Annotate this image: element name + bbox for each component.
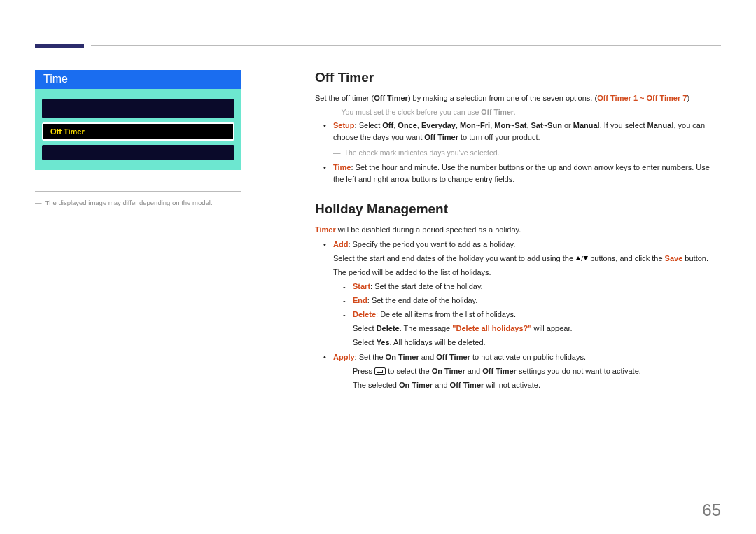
svg-marker-0: [576, 256, 581, 260]
dash-icon: ―: [35, 199, 42, 206]
sidebar-divider: [35, 191, 241, 192]
dash-icon: ―: [330, 108, 338, 116]
content: Off Timer Set the off timer (Off Timer) …: [315, 70, 721, 394]
off-timer-note-clock: ― You must set the clock before you can …: [330, 108, 721, 116]
osd-menu-item-off-timer: Off Timer: [42, 122, 234, 141]
up-down-triangle-icon: /: [575, 254, 588, 262]
delete-line-3: Select Yes. All holidays will be deleted…: [353, 337, 721, 349]
heading-holiday: Holiday Management: [315, 202, 721, 217]
sidebar-caption: ― The displayed image may differ dependi…: [35, 199, 252, 206]
holiday-intro: Timer will be disabled during a period s…: [315, 224, 721, 236]
heading-off-timer: Off Timer: [315, 70, 721, 85]
apply-sublist: Press to select the On Timer and Off Tim…: [343, 365, 721, 391]
page-number: 65: [702, 500, 721, 520]
bullet-apply: Apply: Set the On Timer and Off Timer to…: [323, 351, 721, 391]
bullet-setup: Setup: Select Off, Once, Everyday, Mon~F…: [323, 120, 721, 158]
off-timer-intro: Set the off timer (Off Timer) by making …: [315, 92, 721, 104]
off-timer-bullets: Setup: Select Off, Once, Everyday, Mon~F…: [323, 120, 721, 185]
holiday-bullets: Add: Specify the period you want to add …: [323, 239, 721, 392]
apply-sub-1: Press to select the On Timer and Off Tim…: [343, 365, 721, 377]
bullet-time: Time: Set the hour and minute. Use the n…: [323, 162, 721, 185]
apply-sub-2: The selected On Timer and Off Timer will…: [343, 379, 721, 391]
sub-delete: Delete: Delete all items from the list o…: [343, 309, 721, 349]
header-accent-bar: [35, 44, 84, 48]
bullet-add: Add: Specify the period you want to add …: [323, 239, 721, 349]
sub-end: End: Set the end date of the holiday.: [343, 295, 721, 307]
setup-note-checkmark: ― The check mark indicates days you've s…: [333, 147, 721, 158]
add-line-2: Select the start and end dates of the ho…: [333, 253, 721, 265]
osd-menu-item-label: Off Timer: [50, 127, 85, 136]
header-rule: [91, 45, 721, 46]
add-line-3: The period will be added to the list of …: [333, 267, 721, 279]
osd-menu-block: [42, 99, 234, 118]
osd-menu-body: Off Timer: [35, 89, 241, 170]
dash-icon: ―: [333, 147, 341, 158]
delete-line-2: Select Delete. The message "Delete all h…: [353, 323, 721, 335]
osd-menu-illustration: Time Off Timer: [35, 70, 241, 170]
svg-text:/: /: [581, 255, 583, 262]
osd-menu-title: Time: [35, 70, 241, 89]
sidebar: Time Off Timer ― The displayed image may…: [35, 70, 252, 206]
sub-start: Start: Set the start date of the holiday…: [343, 281, 721, 293]
osd-menu-block: [42, 145, 234, 160]
enter-icon: [374, 367, 386, 375]
add-sublist: Start: Set the start date of the holiday…: [343, 281, 721, 349]
